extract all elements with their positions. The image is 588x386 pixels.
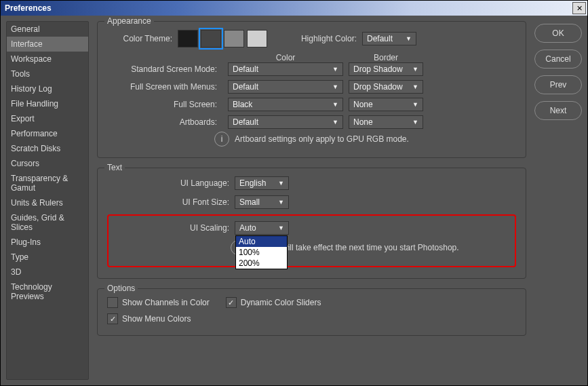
ui-scaling-dropdown: Auto100%200% (235, 235, 288, 269)
info-icon: i (214, 132, 229, 147)
text-group: Text UI Language: English▼ UI Font Size:… (97, 168, 526, 279)
dynamic-color-sliders-checkbox[interactable]: ✓Dynamic Color Sliders (226, 297, 321, 308)
chevron-down-icon: ▼ (278, 199, 284, 206)
border-column-header: Border (349, 53, 423, 62)
sidebar-item-plug-ins[interactable]: Plug-Ins (7, 235, 88, 250)
main-panel: Appearance Color Theme: Highlight Color:… (97, 21, 526, 380)
mode-color-select[interactable]: Default▼ (228, 62, 343, 76)
sidebar-item-general[interactable]: General (7, 22, 88, 37)
chevron-down-icon: ▼ (406, 35, 412, 42)
close-button[interactable]: ✕ (572, 2, 586, 14)
mode-label: Standard Screen Mode: (107, 64, 222, 74)
ui-scaling-option[interactable]: 100% (236, 247, 287, 258)
chevron-down-icon: ▼ (332, 83, 338, 90)
ok-button[interactable]: OK (534, 24, 582, 43)
sidebar-item-3d[interactable]: 3D (7, 265, 88, 279)
chevron-down-icon: ▼ (332, 66, 338, 73)
color-theme-label: Color Theme: (107, 34, 178, 43)
cancel-button[interactable]: Cancel (534, 50, 582, 69)
ui-language-label: UI Language: (107, 178, 235, 188)
ui-scaling-select[interactable]: Auto▼ Auto100%200% (235, 221, 289, 235)
chevron-down-icon: ▼ (278, 225, 284, 231)
show-channels-checkbox[interactable]: Show Channels in Color (107, 297, 210, 308)
text-legend: Text (104, 163, 125, 172)
ui-language-select[interactable]: English▼ (235, 176, 289, 190)
sidebar-item-units-rulers[interactable]: Units & Rulers (7, 195, 88, 210)
sidebar-item-workspace[interactable]: Workspace (7, 52, 88, 66)
chevron-down-icon: ▼ (412, 83, 418, 90)
mode-label: Full Screen with Menus: (107, 82, 222, 92)
ui-font-size-label: UI Font Size: (107, 197, 235, 207)
mode-label: Full Screen: (107, 100, 222, 109)
chevron-down-icon: ▼ (332, 101, 338, 108)
color-theme-swatch[interactable] (178, 30, 198, 47)
sidebar-item-technology-previews[interactable]: Technology Previews (7, 279, 88, 304)
mode-color-select[interactable]: Default▼ (228, 80, 343, 94)
color-theme-swatch[interactable] (201, 30, 221, 47)
sidebar-item-interface[interactable]: Interface (7, 37, 88, 52)
color-theme-swatches (178, 30, 267, 47)
next-button[interactable]: Next (534, 101, 582, 120)
mode-color-select[interactable]: Default▼ (228, 115, 343, 129)
sidebar-item-performance[interactable]: Performance (7, 126, 88, 141)
chevron-down-icon: ▼ (412, 66, 418, 73)
sidebar-item-tools[interactable]: Tools (7, 66, 88, 81)
chevron-down-icon: ▼ (278, 180, 284, 187)
mode-border-select[interactable]: None▼ (349, 115, 423, 129)
sidebar-item-cursors[interactable]: Cursors (7, 156, 88, 171)
ui-scaling-option[interactable]: Auto (236, 236, 287, 247)
mode-border-select[interactable]: Drop Shadow▼ (349, 80, 423, 94)
sidebar-item-guides-grid-slices[interactable]: Guides, Grid & Slices (7, 210, 88, 235)
ui-scaling-label: UI Scaling: (115, 223, 235, 233)
sidebar-item-file-handling[interactable]: File Handling (7, 96, 88, 111)
text-note: will take effect the next time you start… (282, 243, 459, 252)
appearance-note: Artboard settings only apply to GPU RGB … (235, 134, 409, 144)
sidebar-item-type[interactable]: Type (7, 250, 88, 265)
category-sidebar: GeneralInterfaceWorkspaceToolsHistory Lo… (6, 21, 89, 380)
titlebar: Preferences ✕ (1, 1, 587, 16)
preferences-dialog: Preferences ✕ GeneralInterfaceWorkspaceT… (0, 0, 588, 386)
sidebar-item-history-log[interactable]: History Log (7, 81, 88, 96)
appearance-group: Appearance Color Theme: Highlight Color:… (97, 21, 526, 158)
options-legend: Options (104, 284, 138, 293)
chevron-down-icon: ▼ (332, 119, 338, 126)
chevron-down-icon: ▼ (412, 101, 418, 108)
highlight-color-select[interactable]: Default▼ (362, 32, 416, 45)
mode-color-select[interactable]: Black▼ (228, 98, 343, 111)
options-group: Options Show Channels in Color ✓Dynamic … (97, 288, 526, 336)
ui-scaling-option[interactable]: 200% (236, 258, 287, 269)
mode-label: Artboards: (107, 117, 222, 127)
mode-border-select[interactable]: None▼ (349, 98, 423, 111)
window-title: Preferences (5, 3, 52, 13)
highlight-color-label: Highlight Color: (275, 34, 362, 43)
mode-border-select[interactable]: Drop Shadow▼ (349, 62, 423, 76)
color-column-header: Color (228, 53, 343, 62)
sidebar-item-scratch-disks[interactable]: Scratch Disks (7, 141, 88, 156)
show-menu-colors-checkbox[interactable]: ✓Show Menu Colors (107, 313, 191, 324)
color-theme-swatch[interactable] (224, 30, 244, 47)
appearance-legend: Appearance (104, 16, 154, 26)
color-theme-swatch[interactable] (247, 30, 267, 47)
ui-font-size-select[interactable]: Small▼ (235, 195, 289, 209)
dialog-buttons: OK Cancel Prev Next (534, 21, 582, 380)
prev-button[interactable]: Prev (534, 75, 582, 94)
sidebar-item-export[interactable]: Export (7, 111, 88, 126)
ui-scaling-highlight: UI Scaling: Auto▼ Auto100%200% i will ta… (107, 214, 516, 267)
chevron-down-icon: ▼ (412, 119, 418, 126)
sidebar-item-transparency-gamut[interactable]: Transparency & Gamut (7, 171, 88, 195)
